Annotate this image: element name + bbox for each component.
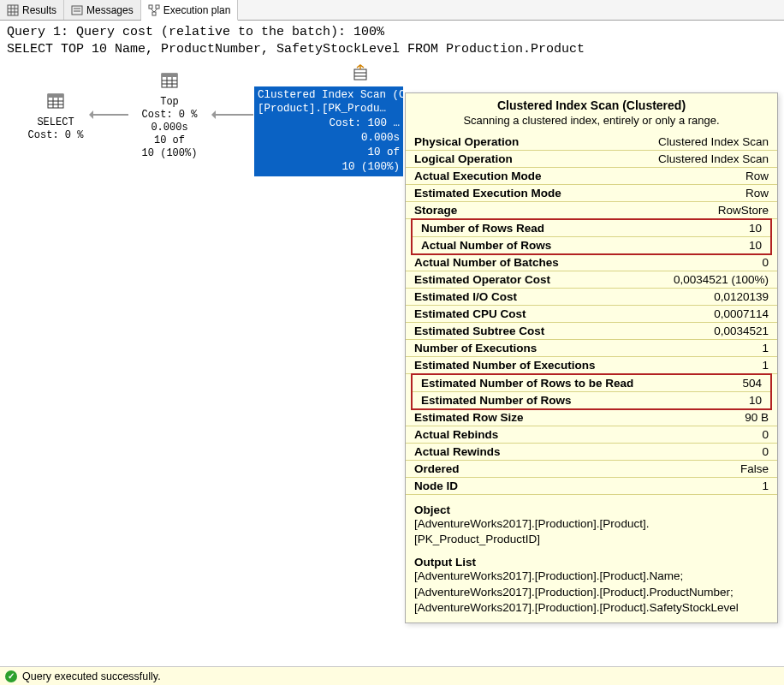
property-value: 10 bbox=[749, 394, 762, 407]
property-key: Actual Number of Rows bbox=[421, 239, 551, 252]
tooltip-output-title: Output List bbox=[414, 556, 769, 569]
property-key: Number of Executions bbox=[414, 342, 537, 354]
tooltip-object-title: Object bbox=[414, 503, 769, 516]
property-value: 0,0007114 bbox=[714, 307, 769, 320]
tooltip-title: Clustered Index Scan (Clustered) bbox=[406, 98, 777, 114]
tab-messages[interactable]: Messages bbox=[64, 0, 141, 20]
svg-line-12 bbox=[154, 9, 157, 12]
property-value: 10 bbox=[749, 239, 762, 252]
clustered-index-scan-icon bbox=[351, 64, 370, 86]
property-key: Node ID bbox=[414, 480, 458, 492]
property-value: False bbox=[740, 462, 769, 475]
node-cost: Cost: 0 % bbox=[127, 109, 212, 122]
property-value: 0,0120139 bbox=[714, 290, 769, 303]
node-rows: 10 of bbox=[258, 146, 400, 160]
messages-icon bbox=[71, 4, 83, 16]
svg-rect-10 bbox=[152, 12, 156, 15]
property-value: 10 bbox=[749, 222, 762, 235]
property-value: Clustered Index Scan bbox=[658, 152, 769, 165]
status-text: Query executed successfully. bbox=[22, 670, 161, 682]
property-key: Actual Number of Batches bbox=[414, 256, 559, 269]
property-key: Logical Operation bbox=[414, 152, 513, 165]
grid-icon bbox=[7, 4, 19, 16]
tab-label: Results bbox=[22, 4, 56, 16]
node-cost: Cost: 0 % bbox=[21, 129, 90, 142]
property-key: Estimated Number of Rows bbox=[421, 394, 572, 407]
property-value: Clustered Index Scan bbox=[658, 135, 769, 148]
operator-tooltip: Clustered Index Scan (Clustered) Scannin… bbox=[405, 92, 778, 623]
tab-results[interactable]: Results bbox=[0, 0, 64, 20]
tooltip-property-row: Number of Rows Read10 bbox=[413, 220, 770, 237]
success-icon: ✓ bbox=[5, 670, 17, 682]
tooltip-property-row: Estimated Operator Cost0,0034521 (100%) bbox=[406, 271, 777, 289]
tooltip-property-row: Estimated Number of Rows10 bbox=[413, 392, 770, 408]
tooltip-description: Scanning a clustered index, entirely or … bbox=[406, 114, 777, 134]
tooltip-properties-block-1: Physical OperationClustered Index ScanLo… bbox=[406, 134, 777, 219]
node-title: SELECT bbox=[21, 116, 90, 129]
tooltip-property-row: Estimated Number of Executions1 bbox=[406, 357, 777, 374]
tooltip-property-row: Actual Rewinds0 bbox=[406, 444, 777, 461]
property-value: 1 bbox=[762, 359, 769, 372]
tooltip-property-row: Estimated I/O Cost0,0120139 bbox=[406, 289, 777, 306]
node-rows2: 10 (100%) bbox=[127, 147, 212, 160]
property-value: 1 bbox=[762, 342, 769, 354]
property-value: RowStore bbox=[718, 204, 769, 217]
query-header: Query 1: Query cost (relative to the bat… bbox=[0, 21, 784, 61]
property-value: Row bbox=[745, 187, 769, 200]
node-title: Clustered Index Scan (Clust bbox=[258, 88, 400, 103]
property-key: Estimated Execution Mode bbox=[414, 187, 561, 200]
tooltip-property-row: Actual Execution ModeRow bbox=[406, 168, 777, 185]
property-value: 0 bbox=[762, 428, 769, 441]
property-value: 0,0034521 bbox=[714, 325, 769, 337]
tooltip-property-row: Logical OperationClustered Index Scan bbox=[406, 151, 777, 168]
property-key: Actual Execution Mode bbox=[414, 170, 542, 182]
plan-node-clustered-scan[interactable]: Clustered Index Scan (Clust[Product].[PK… bbox=[254, 86, 403, 176]
tooltip-property-row: Node ID1 bbox=[406, 478, 777, 495]
property-key: Estimated Number of Rows to be Read bbox=[421, 377, 633, 390]
tooltip-property-row: Number of Executions1 bbox=[406, 340, 777, 357]
svg-rect-25 bbox=[354, 69, 366, 80]
node-cost: Cost: 100 … bbox=[258, 116, 400, 131]
property-key: Storage bbox=[414, 204, 457, 217]
node-time: 0.000s bbox=[127, 122, 212, 134]
tooltip-output-body: [AdventureWorks2017].[Production].[Produ… bbox=[414, 569, 769, 616]
property-key: Estimated Operator Cost bbox=[414, 273, 550, 286]
tooltip-property-row: Actual Number of Rows10 bbox=[413, 237, 770, 253]
property-key: Estimated Subtree Cost bbox=[414, 325, 544, 337]
tab-execution-plan[interactable]: Execution plan bbox=[141, 0, 239, 21]
tab-label: Messages bbox=[86, 4, 134, 16]
plan-node-top[interactable]: Top Cost: 0 % 0.000s 10 of 10 (100%) bbox=[127, 71, 212, 160]
property-key: Estimated Number of Executions bbox=[414, 359, 596, 372]
tooltip-property-row: Estimated Execution ModeRow bbox=[406, 185, 777, 202]
status-bar: ✓ Query executed successfully. bbox=[0, 666, 784, 685]
tooltip-property-row: Actual Number of Batches0 bbox=[406, 254, 777, 271]
node-rows: 10 of bbox=[127, 134, 212, 147]
property-key: Estimated CPU Cost bbox=[414, 307, 526, 320]
plan-arrow bbox=[90, 114, 128, 116]
svg-rect-8 bbox=[149, 5, 152, 9]
property-value: 504 bbox=[742, 377, 762, 390]
node-object: [Product].[PK_Produ… bbox=[258, 102, 400, 116]
property-key: Actual Rebinds bbox=[414, 428, 498, 441]
svg-line-11 bbox=[151, 9, 154, 12]
tooltip-property-row: Estimated Subtree Cost0,0034521 bbox=[406, 323, 777, 340]
tooltip-property-row: Actual Rebinds0 bbox=[406, 426, 777, 444]
table-icon bbox=[46, 92, 65, 115]
property-value: 90 B bbox=[745, 411, 769, 424]
property-key: Ordered bbox=[414, 462, 460, 475]
tooltip-properties-block-2: Actual Number of Batches0Estimated Opera… bbox=[406, 254, 777, 374]
plan-icon bbox=[148, 4, 160, 16]
node-time: 0.000s bbox=[258, 131, 400, 146]
property-key: Physical Operation bbox=[414, 135, 519, 148]
tooltip-object-body: [AdventureWorks2017].[Production].[Produ… bbox=[414, 516, 769, 547]
tab-bar: Results Messages Execution plan bbox=[0, 0, 784, 21]
property-key: Number of Rows Read bbox=[421, 222, 544, 235]
property-value: Row bbox=[745, 170, 769, 182]
tooltip-property-row: Estimated Number of Rows to be Read504 bbox=[413, 375, 770, 392]
plan-node-select[interactable]: SELECT Cost: 0 % bbox=[21, 92, 90, 142]
svg-rect-9 bbox=[156, 5, 159, 9]
tooltip-highlight-est-rows: Estimated Number of Rows to be Read504Es… bbox=[411, 373, 772, 410]
node-title: Top bbox=[127, 96, 212, 109]
property-value: 1 bbox=[762, 480, 769, 492]
tooltip-property-row: OrderedFalse bbox=[406, 461, 777, 478]
